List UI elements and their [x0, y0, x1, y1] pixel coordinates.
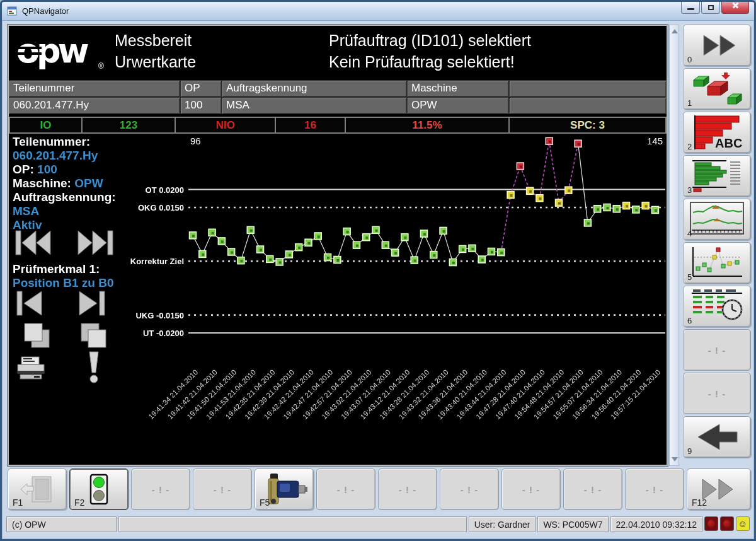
titlebar[interactable]: QPNavigator: [2, 2, 754, 21]
cell-op: 100: [180, 97, 222, 114]
user-text: User: Gardner: [469, 516, 536, 532]
svg-text:96: 96: [190, 136, 201, 146]
window-title: QPNavigator: [22, 6, 69, 16]
nio-count: 16: [276, 118, 346, 132]
chart-page: Teilenummer: 060.201.477.Hy OP: 100 Masc…: [9, 134, 667, 465]
skip-to-last-icon[interactable]: [77, 230, 113, 255]
maximize-icon: [708, 5, 714, 10]
disabled-marker: - ! -: [522, 484, 540, 495]
copy-page-icon[interactable]: [23, 322, 52, 349]
fkey-label: F1: [13, 497, 23, 508]
main-panel: opw ® Messbereit Urwertkarte Prüfauftrag…: [8, 25, 668, 466]
side-button-back[interactable]: 9: [683, 416, 751, 458]
side-button-run-chart[interactable]: 4: [683, 199, 751, 240]
toolbar-button-f1[interactable]: F1: [8, 468, 67, 510]
auftrag-value: MSA: [13, 204, 39, 218]
toolbar-button-disabled: - ! -: [378, 468, 437, 510]
order-info-table: Teilenummer OP Auftragskennung Maschine …: [9, 80, 667, 114]
col-header-empty: [509, 80, 667, 97]
close-button[interactable]: [721, 2, 749, 14]
disabled-marker: - ! -: [646, 484, 663, 495]
merkmal-label: Prüfmerkmal 1:: [13, 262, 100, 276]
minimize-button[interactable]: [681, 2, 700, 14]
next-icon[interactable]: [78, 291, 106, 316]
print-icon[interactable]: [16, 356, 48, 381]
side-button-fast-forward[interactable]: 0: [683, 25, 751, 66]
auftrag-label: Auftragskennung:: [13, 190, 116, 204]
teilenummer-label: Teilenummer:: [13, 135, 90, 149]
disabled-marker: - ! -: [708, 345, 726, 356]
toolbar-button-disabled: - ! -: [131, 468, 190, 510]
side-button-cubes-sorting[interactable]: 1: [683, 68, 751, 110]
disabled-marker: - ! -: [399, 484, 416, 495]
merkmal-value: Position B1 zu B0: [13, 276, 113, 290]
counter-row: IO 123 NIO 16 11.5% SPC: 3: [9, 117, 667, 134]
toolbar-button-f2[interactable]: F2: [69, 468, 129, 510]
side-button-pareto-abc[interactable]: ABC 2: [683, 112, 751, 153]
door-exit-icon: [20, 475, 55, 504]
cell-auftragskennung: MSA: [222, 97, 407, 114]
op-label: OP:: [13, 163, 34, 176]
chart-title: Urwertkarte: [115, 51, 196, 73]
disabled-marker: - ! -: [708, 388, 726, 399]
datetime-text: 22.04.2010 09:32:12: [610, 516, 702, 532]
minimize-icon: [687, 8, 694, 10]
workstation-text: WS: PC005W7: [537, 516, 608, 532]
side-button-number: 3: [687, 185, 692, 195]
scroll-up-icon[interactable]: [672, 29, 678, 33]
measurement-table-clock-icon: [689, 288, 745, 325]
side-button-number: 6: [687, 316, 692, 325]
svg-text:Korrektur Ziel: Korrektur Ziel: [130, 257, 184, 266]
nio-label: NIO: [176, 118, 276, 132]
toolbar-button-disabled: - ! -: [440, 468, 499, 510]
side-button-number: 5: [687, 272, 692, 282]
header: opw ® Messbereit Urwertkarte Prüfauftrag…: [9, 26, 667, 79]
toolbar-button-f12[interactable]: F12: [687, 468, 751, 510]
op-value: 100: [37, 163, 57, 176]
io-count: 123: [83, 118, 176, 132]
histogram-icon: [690, 158, 744, 194]
maximize-button[interactable]: [701, 2, 720, 14]
side-button-number: 2: [687, 142, 692, 151]
cell-empty: [509, 97, 667, 114]
spc-count: SPC: 3: [510, 118, 665, 132]
col-header-op: OP: [180, 80, 222, 97]
control-chart-icon: [689, 245, 745, 281]
previous-icon[interactable]: [16, 291, 44, 316]
cubes-sorting-icon: [691, 71, 743, 107]
urwertkarte-chart: OT 0.0200OKG 0.0150Korrektur ZielUKG -0.…: [116, 134, 672, 465]
skip-to-first-icon[interactable]: [15, 230, 52, 255]
alarm-red-icon: [720, 516, 734, 531]
svg-text:UT -0.0200: UT -0.0200: [143, 329, 184, 338]
no-order-msg: Kein Prüfauftrag selektiert!: [329, 51, 531, 73]
traffic-light-icon: [89, 474, 109, 505]
toolbar-button-disabled: - ! -: [193, 468, 252, 510]
nio-percent: 11.5%: [346, 118, 510, 132]
vertical-scrollbar[interactable]: [669, 25, 679, 466]
toolbar-button-f5[interactable]: F5: [255, 468, 314, 510]
toolbar-button-disabled: - ! -: [501, 468, 561, 510]
exclamation-icon[interactable]: [86, 351, 102, 384]
disabled-marker: - ! -: [214, 484, 231, 495]
order-selected-msg: Prüfauftrag (ID101) selektiert: [329, 30, 531, 51]
fkey-label: F5: [260, 497, 270, 508]
scroll-down-icon[interactable]: [672, 457, 678, 462]
toolbar-button-disabled: - ! -: [316, 468, 375, 510]
pareto-abc-icon: ABC: [690, 114, 744, 151]
col-header-teilenummer: Teilenummer: [9, 80, 180, 97]
disabled-marker: - ! -: [584, 484, 602, 495]
toolbar-button-disabled: - ! -: [563, 468, 622, 510]
statusbar: (c) OPW User: Gardner WS: PC005W7 22.04.…: [6, 516, 750, 532]
app-area: opw ® Messbereit Urwertkarte Prüfauftrag…: [3, 21, 753, 538]
logo-text: opw: [16, 31, 89, 71]
fkey-label: F2: [74, 497, 84, 508]
col-header-maschine: Maschine: [407, 80, 509, 97]
side-button-measurement-table-clock[interactable]: 6: [683, 286, 751, 327]
copy-page-back-icon[interactable]: [79, 322, 108, 349]
side-button-control-chart[interactable]: 5: [683, 242, 751, 284]
opw-logo: opw ®: [15, 30, 110, 74]
side-button-number: 0: [687, 55, 692, 64]
alarm-red-icon: [704, 516, 718, 531]
side-button-disabled: - ! -: [683, 329, 751, 371]
side-button-histogram[interactable]: 3: [683, 155, 751, 197]
